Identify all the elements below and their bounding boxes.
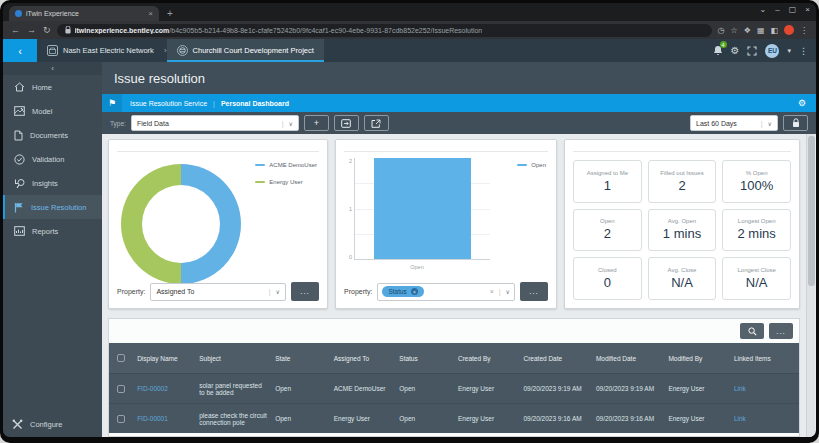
stat-card-open[interactable]: Open2	[573, 209, 642, 252]
property-select[interactable]: Assigned To | ∨	[150, 283, 286, 301]
stat-card-closed[interactable]: Closed0	[573, 257, 642, 300]
column-header[interactable]: Created Date	[520, 352, 592, 365]
select-all-checkbox[interactable]	[117, 354, 125, 362]
address-bar[interactable]: itwinexperience.bentley.com/b4c905b5-b21…	[57, 24, 712, 37]
column-header[interactable]: Modified Date	[592, 352, 664, 365]
forward-icon[interactable]: →	[27, 25, 36, 35]
user-avatar[interactable]: EU	[765, 44, 779, 58]
stats-panel: Assigned to Me1 Filled out Issues2 % Ope…	[564, 139, 800, 309]
column-header[interactable]: Created By	[454, 352, 520, 365]
app-back-button[interactable]: ‹	[3, 39, 37, 62]
stat-card-avg-open[interactable]: Avg. Open1 mins	[648, 209, 717, 252]
extension-icon[interactable]: ▦	[757, 26, 765, 35]
add-dashboard-button[interactable]: +	[304, 115, 329, 131]
lock-dashboard-button[interactable]	[783, 115, 808, 131]
vertical-scrollbar[interactable]	[806, 134, 815, 437]
table-row[interactable]: FID-00001 please check the circuit conne…	[109, 403, 799, 433]
stat-card-percent-open[interactable]: % Open100%	[722, 160, 791, 203]
ssl-lock-icon[interactable]	[65, 26, 71, 34]
legend-item[interactable]: Energy User	[255, 179, 317, 185]
stat-card-assigned-to-me[interactable]: Assigned to Me1	[573, 160, 642, 203]
window-minimize-icon[interactable]: –	[775, 5, 779, 14]
panel-more-button[interactable]: ...	[520, 282, 548, 301]
window-close-icon[interactable]: ×	[805, 5, 810, 14]
pill-remove-icon[interactable]: ×	[411, 288, 418, 295]
stat-card-filled-out-issues[interactable]: Filled out Issues2	[648, 160, 717, 203]
browser-profile-avatar[interactable]	[784, 25, 794, 35]
issue-link[interactable]: FID-00001	[133, 412, 195, 425]
sidebar-item-documents[interactable]: Documents	[3, 123, 102, 147]
avatar-caret-icon[interactable]: ▾	[787, 47, 791, 55]
browser-menu-icon[interactable]: ⋮	[800, 26, 808, 35]
breadcrumb-project[interactable]: Churchill Court Development Project	[167, 39, 324, 62]
table-search-button[interactable]	[740, 323, 764, 339]
sidebar-item-insights[interactable]: Insights	[3, 171, 102, 195]
export-dashboard-button[interactable]	[364, 115, 389, 131]
extension-icon[interactable]: ◷	[718, 26, 725, 35]
row-checkbox[interactable]	[117, 415, 125, 423]
column-header[interactable]: Modified By	[664, 352, 730, 365]
column-header[interactable]: Assigned To	[330, 352, 396, 365]
issue-status: Open	[395, 382, 454, 395]
window-menu-icon[interactable]: ⌄	[760, 5, 767, 14]
home-icon	[14, 82, 25, 92]
column-header[interactable]: Subject	[195, 352, 271, 365]
column-header[interactable]: Display Name	[133, 352, 195, 365]
settings-gear-icon[interactable]: ⚙	[731, 45, 740, 56]
back-icon[interactable]: ←	[11, 25, 20, 35]
y-axis: 2 1 0	[344, 158, 354, 260]
extension-icon[interactable]: ☆	[731, 26, 738, 35]
sidebar-item-model[interactable]: Model	[3, 99, 102, 123]
stat-card-longest-close[interactable]: Longest CloseN/A	[722, 257, 791, 300]
legend-item[interactable]: ACME DemoUser	[255, 162, 317, 168]
donut-chart[interactable]	[121, 164, 241, 284]
property-label: Property:	[117, 288, 145, 295]
status-pill[interactable]: Status×	[382, 286, 423, 297]
notifications-button[interactable]: 4	[713, 45, 723, 56]
stat-card-avg-close[interactable]: Avg. CloseN/A	[648, 257, 717, 300]
tab-personal-dashboard[interactable]: Personal Dashboard	[221, 100, 289, 107]
new-tab-button[interactable]: +	[167, 8, 173, 19]
linked-items-link[interactable]: Link	[730, 382, 785, 395]
row-checkbox[interactable]	[117, 385, 125, 393]
column-header[interactable]: Linked Items	[730, 352, 785, 365]
app-menu-icon[interactable]: ⋮	[799, 46, 808, 56]
sidebar-item-validation[interactable]: Validation	[3, 147, 102, 171]
tab-close-icon[interactable]: ×	[148, 9, 153, 18]
issue-link[interactable]: FID-00002	[133, 382, 195, 395]
panel-divider	[117, 151, 319, 152]
dashboard-settings-gear-icon[interactable]: ⚙	[798, 98, 806, 108]
sidebar-item-issue-resolution[interactable]: Issue Resolution	[3, 195, 102, 219]
legend-item[interactable]: Open	[517, 162, 546, 168]
table-more-button[interactable]: ...	[769, 323, 793, 339]
refresh-icon[interactable]: ↻	[43, 25, 51, 35]
window-maximize-icon[interactable]: ▢	[789, 5, 797, 14]
browser-tab[interactable]: iTwin Experience ×	[9, 6, 159, 21]
sidebar-item-reports[interactable]: Reports	[3, 219, 102, 243]
extension-icon[interactable]: ❖	[744, 26, 751, 35]
scrollbar-thumb[interactable]	[808, 136, 815, 286]
tab-issue-resolution-service[interactable]: Issue Resolution Service	[130, 100, 207, 107]
bar-open[interactable]	[374, 158, 471, 259]
breadcrumb-itwin[interactable]: Nash East Electric Network	[37, 39, 164, 62]
column-header[interactable]: Status	[395, 352, 454, 365]
browser-window: iTwin Experience × + ⌄ – ▢ × ← → ↻ itwin…	[3, 3, 816, 437]
stat-card-longest-open[interactable]: Longest Open2 mins	[722, 209, 791, 252]
sidebar-item-configure[interactable]: Configure	[3, 411, 102, 437]
extension-icon[interactable]: ◧	[770, 26, 778, 35]
date-range-select[interactable]: Last 60 Days | ∨	[690, 115, 778, 131]
property-multiselect[interactable]: Status× × | ∨	[377, 283, 515, 301]
clear-icon[interactable]: ×	[490, 288, 494, 295]
sidebar-collapse-icon[interactable]: ‹	[3, 62, 102, 75]
fullscreen-icon[interactable]	[747, 46, 757, 56]
sidebar-item-home[interactable]: Home	[3, 75, 102, 99]
table-row[interactable]: FID-00002 solar panel requested to be ad…	[109, 373, 799, 403]
chevron-down-icon: ∨	[276, 288, 280, 295]
linked-items-link[interactable]: Link	[730, 412, 785, 425]
type-select[interactable]: Field Data | ∨	[131, 115, 299, 131]
column-header[interactable]: State	[271, 352, 330, 365]
property-row: Property: Status× × | ∨ ...	[344, 282, 548, 301]
bar-chart[interactable]: 2 1 0	[344, 158, 490, 260]
duplicate-dashboard-button[interactable]	[334, 115, 359, 131]
panel-more-button[interactable]: ...	[291, 282, 319, 301]
